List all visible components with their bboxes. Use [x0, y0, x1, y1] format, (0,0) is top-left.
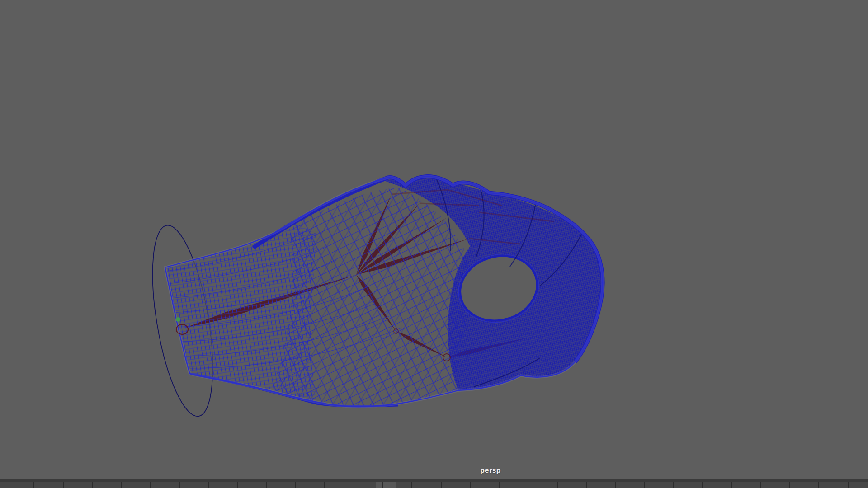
frame-tick	[499, 482, 500, 488]
frame-tick	[63, 482, 64, 488]
frame-tick	[528, 482, 528, 488]
time-slider[interactable]	[0, 482, 868, 488]
current-frame-cell[interactable]	[376, 482, 396, 488]
frame-tick	[237, 482, 238, 488]
frame-tick	[5, 482, 5, 488]
selected-point[interactable]	[176, 317, 180, 322]
frame-tick	[411, 482, 412, 488]
frame-tick	[208, 482, 209, 488]
frame-tick	[382, 482, 383, 488]
maya-window: persp	[0, 0, 868, 488]
frame-tick	[295, 482, 296, 488]
frame-tick	[731, 482, 732, 488]
frame-tick	[644, 482, 645, 488]
frame-tick	[324, 482, 325, 488]
frame-tick	[179, 482, 180, 488]
frame-tick	[789, 482, 790, 488]
frame-tick	[848, 482, 849, 488]
frame-tick	[150, 482, 151, 488]
perspective-viewport[interactable]: persp	[0, 0, 868, 480]
frame-tick	[557, 482, 558, 488]
frame-tick	[441, 482, 442, 488]
frame-tick	[121, 482, 122, 488]
frame-tick	[818, 482, 819, 488]
frame-tick	[760, 482, 761, 488]
frame-tick	[702, 482, 703, 488]
frame-tick	[33, 482, 34, 488]
frame-tick	[266, 482, 267, 488]
viewport-scene[interactable]	[0, 0, 868, 480]
frame-tick	[673, 482, 674, 488]
frame-tick	[470, 482, 471, 488]
camera-label: persp	[480, 467, 501, 474]
frame-tick	[92, 482, 93, 488]
frame-tick	[354, 482, 354, 488]
frame-tick	[615, 482, 616, 488]
frame-tick	[586, 482, 587, 488]
